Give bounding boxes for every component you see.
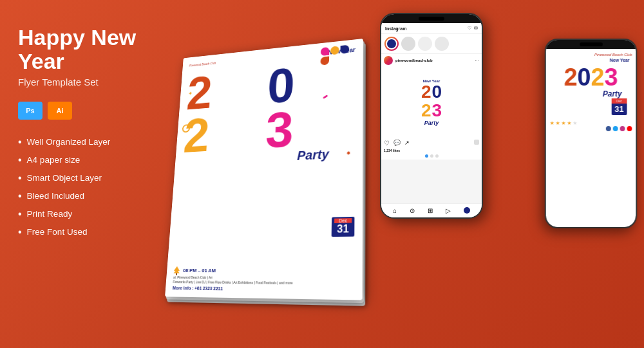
right-num-2-1: 2 — [564, 65, 578, 89]
star-5: ★ — [573, 120, 577, 126]
right-num-3: 3 — [604, 65, 618, 89]
flyer-content: Pinewood Beach Club New Year 2 0 — [165, 39, 363, 300]
ig-preview-numbers: 2 0 2 3 — [421, 83, 442, 120]
star-4: ★ — [567, 120, 571, 126]
ig-share-icon[interactable]: ↗ — [404, 140, 410, 147]
photoshop-badge: Ps — [18, 102, 43, 120]
ig-num-0: 0 — [432, 83, 442, 101]
story-avatar-1 — [387, 39, 396, 48]
phone-left-mockup: Instagram ♡ ✉ — [380, 13, 483, 219]
phone-notch — [381, 14, 482, 23]
ig-save-icon[interactable] — [474, 140, 479, 145]
feature-item: Bleed Included — [18, 190, 137, 202]
tw-icon — [613, 126, 618, 131]
sparkle-2: ✸ — [346, 151, 351, 156]
feature-item: A4 paper size — [18, 154, 137, 166]
ig-reels-icon[interactable]: ▷ — [446, 207, 451, 214]
ig-post-username: pinewoodbeachclub — [395, 59, 433, 62]
ig-icon — [620, 126, 625, 131]
right-phone-content: Pinewood Beach Club New Year 2 0 2 3 Par… — [546, 49, 636, 135]
right-phone-ny-label: New Year — [607, 57, 632, 64]
right-date-day: 31 — [614, 104, 623, 114]
badges: Ps Ai — [18, 102, 137, 120]
phone-left-screen: Instagram ♡ ✉ — [381, 14, 482, 217]
ig-post: pinewoodbeachclub ··· New Year 2 0 2 3 P… — [381, 54, 482, 160]
feature-item: Free Font Used — [18, 226, 137, 238]
ig-bottom-nav: ⌂ ⊙ ⊞ ▷ — [381, 203, 482, 217]
ig-post-avatar — [384, 56, 393, 65]
ig-post-image: New Year 2 0 2 3 Party — [381, 67, 482, 138]
story-4 — [435, 37, 449, 51]
dot-2 — [435, 154, 439, 158]
story-2 — [401, 37, 415, 51]
flyer-date-badge: Dec 31 — [332, 217, 355, 237]
phone-right-mockup: Pinewood Beach Club New Year 2 0 2 3 Par… — [545, 39, 638, 228]
sub-title: Flyer Template Set — [18, 77, 137, 87]
right-phone-numbers: 2 0 2 3 — [550, 65, 632, 89]
ig-header: Instagram ♡ ✉ — [381, 23, 482, 34]
num-3: 3 — [265, 102, 355, 153]
phone-right-screen: Pinewood Beach Club New Year 2 0 2 3 Par… — [546, 40, 636, 227]
num-0: 0 — [267, 57, 355, 108]
dash-deco — [323, 95, 328, 99]
date-month: Dec — [334, 218, 352, 223]
right-party-text: Party — [603, 89, 622, 98]
right-phone-notch — [546, 40, 636, 49]
ig-num-2-1: 2 — [421, 83, 431, 101]
ig-more-icon: ··· — [475, 58, 479, 64]
right-date-badge: Dec 31 — [611, 98, 627, 115]
fb-icon — [606, 126, 611, 131]
ig-search-icon[interactable]: ⊙ — [410, 207, 415, 214]
notch-bar — [419, 17, 444, 21]
num-2-first: 2 — [185, 66, 269, 115]
right-social-icons — [606, 126, 632, 131]
ig-icons: ♡ ✉ — [468, 26, 478, 31]
ig-heart-icon: ♡ — [468, 26, 471, 31]
left-panel: Happy New Year Flyer Template Set Ps Ai … — [0, 0, 155, 348]
ig-profile-icon[interactable] — [464, 207, 470, 214]
ig-like-icon[interactable]: ♡ — [384, 140, 390, 147]
story-inner-1 — [386, 38, 397, 50]
ig-num-3: 3 — [432, 102, 442, 120]
dot-active — [425, 154, 428, 158]
yt-icon — [627, 126, 632, 131]
ig-app-title: Instagram — [385, 26, 406, 31]
flyer-stack: Pinewood Beach Club New Year 2 0 — [165, 19, 384, 300]
right-notch-bar — [580, 42, 603, 46]
ig-actions: ♡ 💬 ↗ — [381, 138, 482, 149]
dot-1 — [430, 154, 433, 158]
main-title: Happy New Year — [18, 26, 137, 74]
star-3: ★ — [561, 120, 565, 126]
feature-item: Well Organized Layer — [18, 136, 137, 148]
right-num-2-2: 2 — [591, 65, 605, 89]
ig-flyer-preview: New Year 2 0 2 3 Party — [381, 67, 482, 138]
ig-home-icon[interactable]: ⌂ — [393, 207, 397, 214]
date-day: 31 — [337, 223, 349, 235]
ig-party-text: Party — [424, 120, 439, 126]
ig-add-icon[interactable]: ⊞ — [428, 207, 433, 214]
flyer-mockup: Pinewood Beach Club New Year 2 0 — [164, 19, 402, 315]
flyer-main: Pinewood Beach Club New Year 2 0 — [165, 39, 363, 300]
features-list: Well Organized Layer A4 paper size Smart… — [18, 136, 137, 238]
mockup-area: Pinewood Beach Club New Year 2 0 — [129, 0, 644, 348]
right-stars: ★ ★ ★ ★ ★ — [550, 120, 578, 126]
ig-num-2-2: 2 — [421, 102, 431, 120]
story-3 — [418, 37, 432, 51]
ig-stories — [381, 34, 482, 54]
tree-icon — [173, 266, 180, 275]
sparkle-1: ✦ — [188, 90, 193, 96]
feature-item: Smart Object Layer — [18, 172, 137, 184]
ig-post-header: pinewoodbeachclub ··· — [381, 54, 482, 67]
star-1: ★ — [550, 120, 554, 126]
num-2-second: 2 — [182, 108, 267, 158]
flyer-time: 08 PM – 01 AM — [183, 267, 216, 273]
right-num-0: 0 — [578, 65, 591, 89]
star-2: ★ — [556, 120, 560, 126]
right-date-month: Dec — [611, 98, 627, 104]
ig-comment-icon[interactable]: 💬 — [393, 140, 401, 147]
ig-send-icon: ✉ — [474, 26, 478, 31]
story-1 — [384, 37, 399, 51]
feature-item: Print Ready — [18, 208, 137, 220]
illustrator-badge: Ai — [48, 102, 72, 120]
ig-indicator — [381, 152, 482, 160]
